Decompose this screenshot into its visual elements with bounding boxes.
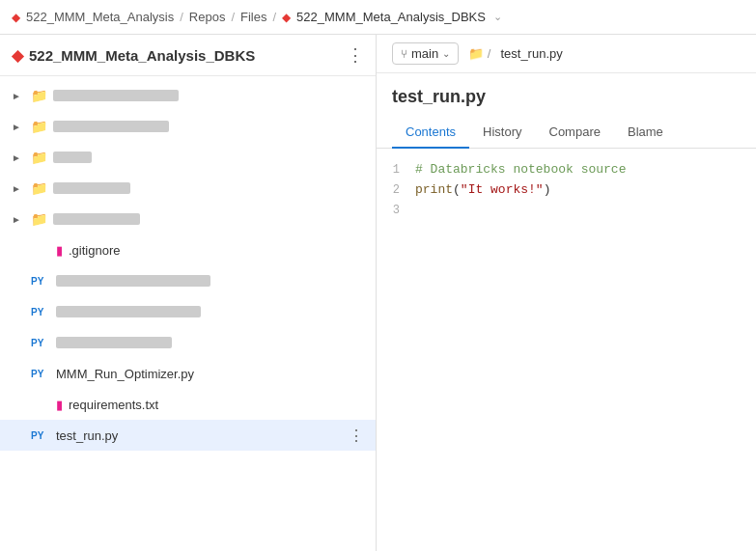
right-panel: ⑂ main ⌄ 📁 / test_run.py test_run.py Con…	[377, 35, 756, 551]
folder-icon: 📁	[31, 88, 47, 103]
chevron-down-icon: ⌄	[493, 11, 502, 23]
tab-blame[interactable]: Blame	[614, 117, 677, 149]
diamond-icon-breadcrumb: ◆	[12, 11, 20, 24]
list-item[interactable]: ► 📁	[0, 80, 376, 111]
code-area: 1 # Databricks notebook source 2 print("…	[377, 149, 756, 551]
file-name: test_run.py	[56, 428, 118, 443]
file-name: .gitignore	[69, 243, 120, 258]
file-name-blurred	[56, 275, 210, 287]
list-item[interactable]: ► 📁	[0, 111, 376, 142]
breadcrumb-item-3[interactable]: 522_MMM_Meta_Analysis_DBKS	[296, 10, 486, 24]
code-token-string: "It works!"	[461, 182, 544, 197]
breadcrumb-item-0[interactable]: 522_MMM_Meta_Analysis	[26, 10, 174, 24]
folder-icon: 📁	[31, 119, 47, 134]
expand-icon: ►	[12, 214, 25, 225]
file-list: ► 📁 ► 📁 ► 📁 ► 📁 ► 📁	[0, 76, 376, 551]
line-number: 1	[377, 161, 415, 179]
right-header: ⑂ main ⌄ 📁 / test_run.py	[377, 35, 756, 73]
breadcrumb-item-2[interactable]: Files	[240, 10, 266, 24]
tab-compare[interactable]: Compare	[536, 117, 614, 149]
file-name-blurred	[53, 90, 179, 101]
code-line-1: 1 # Databricks notebook source	[377, 160, 756, 180]
list-item[interactable]: PY	[0, 265, 376, 296]
file-icon: ▮	[56, 243, 63, 258]
file-name-blurred	[53, 213, 140, 225]
file-more-button[interactable]: ⋮	[349, 427, 364, 445]
expand-icon: ►	[12, 152, 25, 163]
file-icon: ▮	[56, 398, 63, 412]
file-badge: PY	[31, 338, 50, 348]
folder-icon: 📁	[31, 211, 47, 227]
branch-selector[interactable]: ⑂ main ⌄	[392, 42, 459, 65]
file-name: requirements.txt	[69, 398, 158, 412]
repo-more-button[interactable]: ⋮	[347, 44, 364, 66]
file-name-blurred	[53, 121, 169, 132]
tabs-bar: Contents History Compare Blame	[377, 117, 756, 149]
file-title: test_run.py	[377, 73, 756, 117]
code-line-3: 3	[377, 201, 756, 221]
file-badge: PY	[31, 276, 50, 287]
list-item[interactable]: PY	[0, 327, 376, 358]
folder-icon: 📁	[31, 180, 47, 196]
file-path-name: test_run.py	[500, 46, 562, 61]
diamond-icon-breadcrumb-2: ◆	[282, 11, 291, 24]
breadcrumb-bar: ◆ 522_MMM_Meta_Analysis / Repos / Files …	[0, 0, 756, 35]
list-item[interactable]: PY	[0, 296, 376, 327]
code-token-plain: )	[544, 182, 551, 197]
left-header: ◆ 522_MMM_Meta_Analysis_DBKS ⋮	[0, 35, 376, 76]
expand-icon: ►	[12, 183, 25, 194]
code-token-plain: (	[453, 182, 461, 197]
tab-contents[interactable]: Contents	[392, 117, 469, 149]
file-badge: PY	[31, 369, 50, 379]
file-name: MMM_Run_Optimizer.py	[56, 367, 194, 381]
diamond-icon-repo: ◆	[12, 46, 23, 65]
code-content	[415, 201, 423, 221]
file-name-blurred	[53, 182, 130, 194]
file-badge: PY	[31, 430, 50, 441]
file-name-blurred	[56, 306, 201, 317]
line-number: 2	[377, 181, 415, 200]
expand-icon: ►	[12, 122, 25, 132]
breadcrumb-sep-2: /	[272, 10, 276, 24]
tab-history[interactable]: History	[469, 117, 535, 149]
list-item-mmm-optimizer[interactable]: PY MMM_Run_Optimizer.py	[0, 358, 376, 389]
list-item[interactable]: ► 📁	[0, 173, 376, 204]
repo-title-label: 522_MMM_Meta_Analysis_DBKS	[29, 47, 255, 64]
breadcrumb-sep-0: /	[180, 10, 183, 24]
file-name-blurred	[56, 337, 172, 348]
path-separator: 📁 /	[468, 46, 490, 61]
list-item[interactable]: ► 📁	[0, 142, 376, 173]
file-badge: PY	[31, 307, 50, 317]
list-item[interactable]: ► 📁	[0, 204, 376, 234]
branch-icon: ⑂	[401, 47, 407, 61]
code-content: print("It works!")	[415, 180, 550, 201]
expand-icon: ►	[12, 91, 25, 101]
repo-title: ◆ 522_MMM_Meta_Analysis_DBKS	[12, 46, 255, 65]
code-token-func: print	[415, 182, 453, 197]
left-panel: ◆ 522_MMM_Meta_Analysis_DBKS ⋮ ► 📁 ► 📁 ►…	[0, 35, 377, 551]
code-content: # Databricks notebook source	[415, 160, 626, 180]
file-name-blurred	[53, 152, 92, 163]
line-number: 3	[377, 202, 415, 220]
code-line-2: 2 print("It works!")	[377, 180, 756, 201]
list-item-test-run[interactable]: PY test_run.py ⋮	[0, 420, 376, 451]
list-item-gitignore[interactable]: ▮ .gitignore	[0, 234, 376, 265]
branch-label: main	[411, 46, 438, 61]
folder-icon: 📁	[31, 150, 47, 165]
chevron-down-icon: ⌄	[442, 48, 450, 59]
breadcrumb-sep-1: /	[231, 10, 235, 24]
breadcrumb-item-1[interactable]: Repos	[189, 10, 226, 24]
list-item-requirements[interactable]: ▮ requirements.txt	[0, 389, 376, 420]
